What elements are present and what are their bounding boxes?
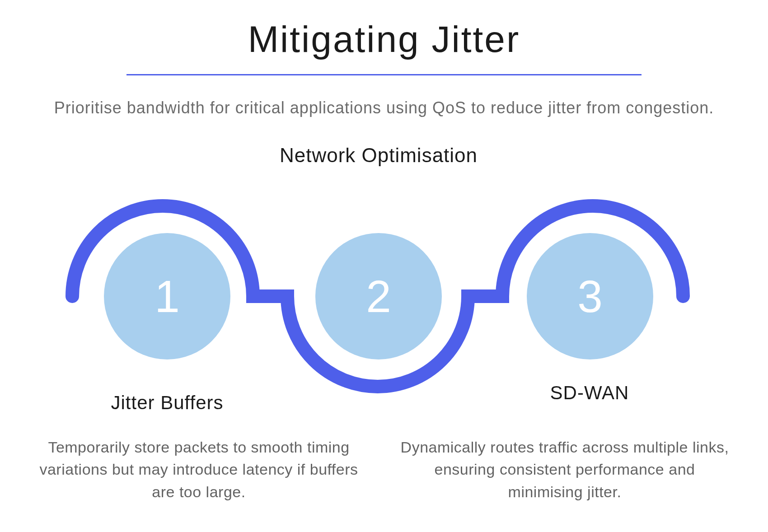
step-circle-2: 2 [315,233,442,359]
subtitle: Prioritise bandwidth for critical applic… [36,96,732,120]
step-label-1: Jitter Buffers [72,392,262,414]
step-description-3: Dynamically routes traffic across multip… [398,436,732,503]
step-number-2: 2 [366,271,391,322]
wave-diagram: 1 2 3 Network Optimisation Jitter Buffer… [36,138,732,427]
step-description-1: Temporarily store packets to smooth timi… [36,436,361,503]
step-label-2: Network Optimisation [277,143,480,168]
page-title: Mitigating Jitter [36,18,732,61]
step-circle-3: 3 [527,233,653,359]
step-circle-1: 1 [104,233,230,359]
step-number-3: 3 [577,271,603,322]
step-label-3: SD-WAN [501,382,678,404]
step-number-1: 1 [155,271,180,322]
title-underline [126,74,642,75]
